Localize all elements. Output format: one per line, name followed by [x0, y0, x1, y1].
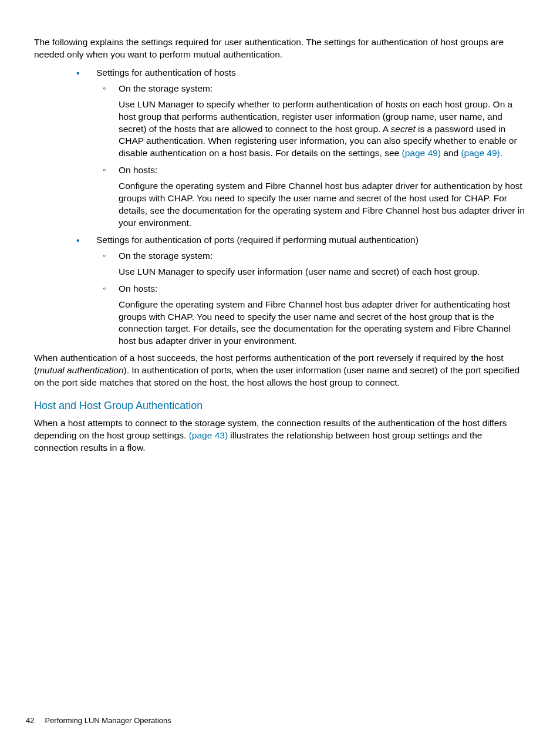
mutual-auth-term: mutual authentication	[37, 365, 123, 375]
list-item-label: Settings for authentication of ports (re…	[96, 234, 526, 247]
list-item: Settings for authentication of hosts On …	[34, 67, 526, 229]
intro-paragraph: The following explains the settings requ…	[34, 36, 526, 61]
page-link-49b[interactable]: (page 49)	[461, 148, 500, 158]
list-item: On the storage system: Use LUN Manager t…	[96, 250, 526, 278]
sub-item-body: Configure the operating system and Fibre…	[119, 299, 526, 348]
sub-item-label: On the storage system:	[119, 250, 526, 262]
sub-item-body: Use LUN Manager to specify whether to pe…	[119, 99, 526, 160]
page-link-49a[interactable]: (page 49)	[402, 148, 441, 158]
page-link-43[interactable]: (page 43)	[189, 430, 228, 440]
sub-item-body: Use LUN Manager to specify user informat…	[119, 266, 526, 278]
secret-term: secret	[391, 124, 416, 134]
mutual-auth-paragraph: When authentication of a host succeeds, …	[34, 352, 526, 389]
page-footer: 42Performing LUN Manager Operations	[26, 715, 171, 726]
text-fragment: and	[441, 148, 461, 158]
sub-list: On the storage system: Use LUN Manager t…	[96, 250, 526, 347]
sub-item-label: On hosts:	[119, 164, 526, 177]
list-item: On hosts: Configure the operating system…	[96, 283, 526, 348]
section-heading: Host and Host Group Authentication	[34, 399, 526, 413]
page-number: 42	[26, 716, 34, 725]
list-item-label: Settings for authentication of hosts	[96, 67, 526, 79]
sub-item-label: On hosts:	[119, 283, 526, 295]
list-item: On the storage system: Use LUN Manager t…	[96, 83, 526, 160]
list-item: Settings for authentication of ports (re…	[34, 234, 526, 347]
sub-item-body: Configure the operating system and Fibre…	[119, 180, 526, 229]
page-content: The following explains the settings requ…	[0, 0, 560, 454]
list-item: On hosts: Configure the operating system…	[96, 164, 526, 229]
settings-list: Settings for authentication of hosts On …	[34, 67, 526, 347]
sub-list: On the storage system: Use LUN Manager t…	[96, 83, 526, 229]
text-fragment: .	[500, 148, 502, 158]
sub-item-label: On the storage system:	[119, 83, 526, 95]
section-paragraph: When a host attempts to connect to the s…	[34, 417, 526, 454]
footer-title: Performing LUN Manager Operations	[45, 716, 171, 725]
